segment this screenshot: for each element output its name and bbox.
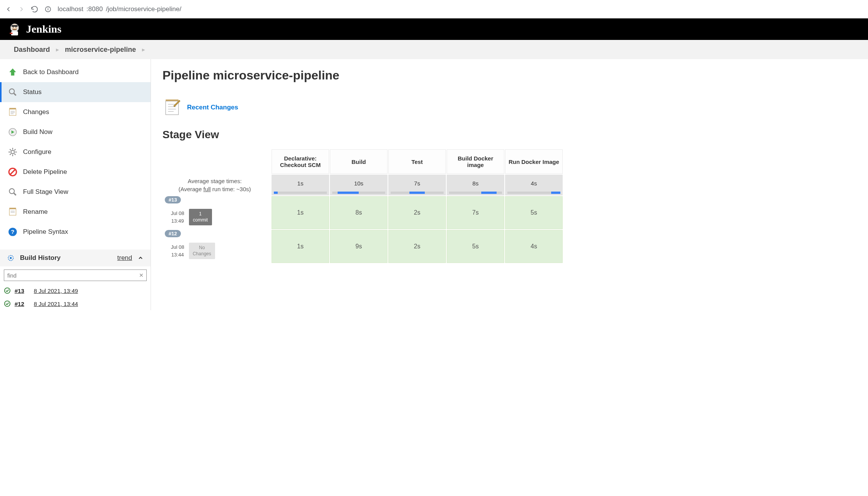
stage-cell[interactable]: 5s (447, 230, 504, 263)
stage-column-header: Build (330, 149, 388, 174)
task-changes[interactable]: Changes (0, 102, 151, 122)
success-ball-icon (4, 300, 11, 307)
svg-point-38 (10, 257, 12, 259)
search-icon (8, 187, 18, 197)
run-changes-badge[interactable]: 1 commit (189, 209, 212, 225)
svg-rect-42 (166, 99, 178, 101)
task-label: Configure (23, 148, 51, 156)
build-history-icon (7, 254, 15, 262)
stage-cell[interactable]: 2s (388, 230, 446, 263)
task-label: Changes (23, 108, 49, 116)
build-number[interactable]: #12 (15, 301, 30, 307)
stage-view: Declarative: Checkout SCM Build Test Bui… (162, 149, 856, 264)
breadcrumb-item-job[interactable]: microservice-pipeline (62, 46, 139, 54)
stage-cell[interactable]: 7s (447, 196, 504, 229)
svg-point-40 (5, 301, 10, 306)
svg-point-10 (9, 89, 14, 94)
task-pipeline-syntax[interactable]: ? Pipeline Syntax (0, 222, 151, 242)
build-time[interactable]: 8 Jul 2021, 13:49 (34, 288, 78, 294)
build-number[interactable]: #13 (15, 288, 30, 294)
chevron-up-icon[interactable] (137, 255, 144, 261)
svg-rect-32 (9, 208, 16, 209)
stage-cell[interactable]: 9s (330, 230, 388, 263)
url-path: /job/microservice-pipeline/ (106, 5, 182, 13)
build-time[interactable]: 8 Jul 2021, 13:44 (34, 301, 78, 307)
svg-rect-5 (12, 25, 18, 27)
stage-column-header: Build Docker image (447, 149, 504, 174)
task-delete-pipeline[interactable]: Delete Pipeline (0, 162, 151, 182)
task-rename[interactable]: Rename (0, 202, 151, 222)
forward-button[interactable] (18, 5, 25, 13)
jenkins-logo[interactable]: Jenkins (8, 22, 61, 36)
jenkins-logo-text: Jenkins (26, 23, 61, 35)
stage-column-header: Run Docker Image (505, 149, 563, 174)
stage-cell[interactable]: 4s (505, 230, 563, 263)
run-datetime: Jul 08 13:44 (166, 242, 189, 260)
find-box-wrap: ✕ (0, 266, 151, 284)
svg-line-30 (14, 193, 16, 195)
notepad-icon (8, 107, 18, 117)
stage-average-row: Average stage times: (Average full run t… (163, 175, 563, 195)
build-row[interactable]: #13 8 Jul 2021, 13:49 (0, 284, 151, 297)
chevron-right-icon: ▸ (142, 46, 145, 53)
stage-cell[interactable]: 2s (388, 196, 446, 229)
trend-link[interactable]: trend (117, 254, 132, 262)
svg-line-11 (14, 93, 16, 95)
success-ball-icon (4, 287, 11, 294)
page-title: Pipeline microservice-pipeline (162, 68, 856, 83)
svg-point-8 (15, 26, 17, 28)
notepad-icon (8, 207, 18, 217)
task-label: Full Stage View (23, 188, 68, 196)
stage-column-header: Declarative: Checkout SCM (272, 149, 329, 174)
main-panel: Pipeline microservice-pipeline Recent Ch… (151, 59, 868, 310)
task-back-to-dashboard[interactable]: Back to Dashboard (0, 62, 151, 82)
url-host: localhost (58, 5, 83, 13)
svg-text:?: ? (11, 228, 14, 235)
stage-header-row: Declarative: Checkout SCM Build Test Bui… (163, 149, 563, 174)
stage-cell[interactable]: 1s (272, 230, 329, 263)
find-input[interactable] (4, 269, 147, 281)
up-arrow-icon (8, 67, 18, 77)
task-label: Status (23, 88, 41, 96)
svg-line-25 (10, 154, 11, 155)
stage-run-label[interactable]: #12 Jul 08 13:44 No Changes (163, 230, 271, 263)
svg-line-23 (10, 149, 11, 150)
build-history-header: Build History trend (0, 250, 151, 266)
run-id-badge: #13 (165, 196, 181, 203)
stage-average-cell: 8s (447, 175, 504, 195)
browser-nav (5, 5, 38, 13)
stage-view-title: Stage View (162, 129, 856, 141)
stage-cell[interactable]: 1s (272, 196, 329, 229)
reload-button[interactable] (31, 5, 38, 13)
build-row[interactable]: #12 8 Jul 2021, 13:44 (0, 297, 151, 310)
side-tasks: Back to Dashboard Status Changes Build N… (0, 59, 151, 242)
svg-point-2 (48, 8, 48, 8)
clear-icon[interactable]: ✕ (139, 272, 144, 278)
task-configure[interactable]: Configure (0, 142, 151, 162)
svg-line-28 (10, 170, 15, 175)
task-label: Delete Pipeline (23, 168, 67, 176)
back-button[interactable] (5, 5, 12, 13)
notepad-icon (162, 98, 182, 117)
stage-run-label[interactable]: #13 Jul 08 13:49 1 commit (163, 196, 271, 229)
info-icon[interactable] (45, 6, 51, 13)
url-bar[interactable]: localhost:8080/job/microservice-pipeline… (58, 5, 181, 13)
no-entry-icon (8, 167, 18, 177)
task-build-now[interactable]: Build Now (0, 122, 151, 142)
stage-cell[interactable]: 8s (330, 196, 388, 229)
stage-average-cell: 4s (505, 175, 563, 195)
svg-point-39 (5, 288, 10, 293)
svg-rect-13 (9, 108, 16, 109)
svg-rect-9 (10, 33, 12, 34)
run-id-badge: #12 (165, 230, 181, 237)
stage-average-cell: 10s (330, 175, 388, 195)
breadcrumb-item-dashboard[interactable]: Dashboard (11, 46, 53, 54)
svg-point-29 (9, 188, 14, 193)
run-changes-badge[interactable]: No Changes (189, 243, 215, 259)
task-full-stage-view[interactable]: Full Stage View (0, 182, 151, 202)
task-status[interactable]: Status (0, 82, 151, 102)
recent-changes-link[interactable]: Recent Changes (187, 104, 238, 111)
search-icon (8, 87, 18, 97)
stage-cell[interactable]: 5s (505, 196, 563, 229)
jenkins-header: Jenkins (0, 18, 868, 40)
